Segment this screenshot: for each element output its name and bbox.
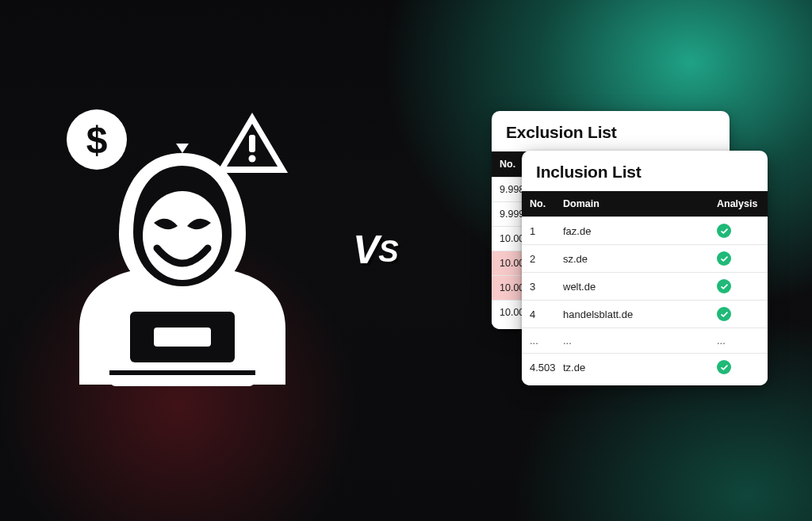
table-row: 4handelsblatt.de — [522, 301, 768, 328]
svg-rect-2 — [249, 135, 255, 152]
inclusion-row-domain: handelsblatt.de — [555, 301, 709, 328]
inclusion-row-analysis — [709, 301, 768, 328]
inclusion-col-analysis: Analysis — [709, 191, 768, 217]
inclusion-row-domain: faz.de — [555, 217, 709, 245]
table-row: 1faz.de — [522, 217, 768, 245]
dollar-icon: $ — [67, 109, 127, 170]
hacker-body — [79, 144, 285, 386]
svg-text:$: $ — [86, 119, 108, 161]
inclusion-row-domain: ... — [555, 328, 709, 354]
check-icon — [717, 251, 731, 266]
inclusion-row-analysis — [709, 354, 768, 386]
hacker-illustration: $ — [48, 103, 317, 396]
inclusion-row-no: ... — [522, 328, 555, 354]
inclusion-col-domain: Domain — [555, 191, 709, 217]
inclusion-row-no: 3 — [522, 273, 555, 301]
list-cards-stack: Exclusion List No. 9.998 9.999 10.000 10… — [492, 111, 769, 404]
inclusion-row-domain: welt.de — [555, 273, 709, 301]
inclusion-row-no: 4 — [522, 301, 555, 328]
check-icon — [717, 224, 731, 238]
table-row: 3welt.de — [522, 273, 768, 301]
exclusion-list-title: Exclusion List — [492, 111, 730, 151]
inclusion-row-analysis — [709, 273, 768, 301]
svg-rect-7 — [154, 328, 211, 347]
svg-rect-9 — [109, 370, 255, 375]
inclusion-row-analysis — [709, 217, 768, 245]
check-icon — [717, 360, 731, 374]
inclusion-table: No. Domain Analysis 1faz.de2sz.de3welt.d… — [522, 191, 768, 385]
hacker-svg: $ — [48, 103, 317, 396]
inclusion-row-domain: sz.de — [555, 245, 709, 273]
table-row: 4.503tz.de — [522, 354, 768, 386]
inclusion-col-no: No. — [522, 191, 555, 217]
inclusion-row-no: 1 — [522, 217, 555, 245]
check-icon — [717, 307, 731, 321]
table-row: 2sz.de — [522, 245, 768, 273]
warning-icon — [216, 113, 288, 173]
check-icon — [717, 279, 731, 293]
inclusion-row-analysis — [709, 245, 768, 273]
laptop-icon — [109, 302, 255, 386]
inclusion-row-analysis: ... — [709, 328, 768, 354]
table-row: ......... — [522, 328, 768, 354]
inclusion-list-card: Inclusion List No. Domain Analysis 1faz.… — [522, 151, 768, 385]
vs-label: VS — [353, 227, 398, 273]
inclusion-row-no: 2 — [522, 245, 555, 273]
inclusion-row-no: 4.503 — [522, 354, 555, 386]
inclusion-list-title: Inclusion List — [522, 151, 768, 191]
inclusion-row-domain: tz.de — [555, 354, 709, 386]
svg-point-3 — [249, 155, 256, 163]
